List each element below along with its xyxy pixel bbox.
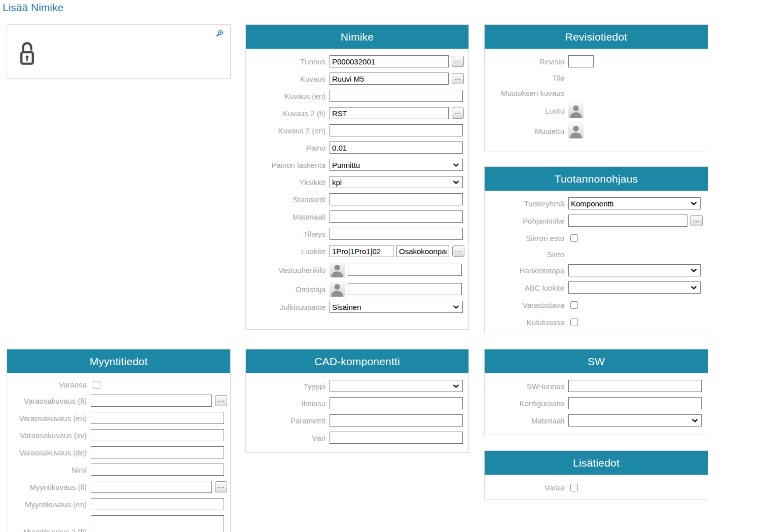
field-varaosakuvaus-fi: Varaosakuvaus (fi) ... [7, 395, 230, 407]
field-label: Varaosakuvaus (fi) [7, 397, 87, 405]
siirron-esto-checkbox[interactable] [570, 234, 578, 242]
field-label: Vastuuhenkilö [246, 266, 325, 274]
vari-input[interactable] [330, 432, 463, 444]
page-title: Lisää Nimike [3, 2, 63, 14]
kuvaus2-fi-input[interactable] [330, 107, 449, 119]
materiaali-input[interactable] [330, 210, 463, 223]
field-label: Tiheys [246, 230, 325, 238]
field-parametrit: Parametrit [246, 414, 468, 427]
field-hankintatapa: Hankintatapa [485, 264, 708, 276]
person-icon [568, 123, 584, 138]
field-label: Muutoksen kuvaus [485, 89, 564, 97]
field-muutoksen-kuvaus: Muutoksen kuvaus [485, 88, 708, 98]
parametrit-input[interactable] [330, 414, 463, 427]
vastuuhenkilo-input[interactable] [348, 264, 462, 276]
kulutusosa-checkbox[interactable] [570, 318, 578, 326]
field-label: Pohjanimike [485, 217, 564, 225]
luokite-code-input[interactable] [330, 245, 393, 257]
open-lock-icon [20, 42, 34, 67]
pohjanimike-input[interactable] [568, 215, 687, 227]
konfiguraatio-input[interactable] [568, 397, 702, 409]
add-item-page: Lisää Nimike Nimike Tunnus [0, 0, 763, 532]
person-icon[interactable] [330, 262, 345, 277]
field-varaosakuvaus-sv: Varaosakuvaus (sv) [7, 429, 230, 441]
tyyppi-select[interactable] [330, 380, 463, 392]
field-konfiguraatio: Konfiguraatio [485, 397, 708, 409]
tunnus-input[interactable] [330, 55, 449, 67]
myyntikuvaus2-fi-textarea[interactable] [91, 515, 224, 532]
varaa-checkbox[interactable] [570, 484, 578, 491]
field-label: Muutettu [485, 127, 564, 135]
select-value: Komponentti [571, 199, 613, 208]
field-label: Tuoteryhmä [485, 199, 564, 208]
kuvaus2-en-input[interactable] [330, 124, 463, 136]
select-value: Sisäinen [332, 303, 361, 311]
select-value: Punnittu [332, 161, 360, 169]
field-label: Materiaali [246, 212, 325, 221]
panel-cad-komponentti: CAD-komponentti Tyyppi Ilmiasu Parametri… [245, 349, 469, 453]
nimi-input[interactable] [91, 464, 224, 476]
varaosakuvaus-sv-input[interactable] [91, 429, 224, 441]
painon-laskenta-select[interactable]: Punnittu [330, 159, 463, 171]
field-label: Revisio [485, 57, 564, 66]
field-yksikko: Yksikkö kpl [246, 176, 468, 188]
myyntikuvaus-en-input[interactable] [91, 498, 224, 510]
panel-revisiotiedot: Revisiotiedot Revisio Tila Muutoksen kuv… [484, 24, 708, 152]
kuvaus-input[interactable] [330, 73, 449, 85]
chevron-down-icon [692, 418, 698, 423]
varaosakuvaus-de-input[interactable] [91, 446, 224, 458]
field-label: Varastoitava [485, 301, 564, 309]
field-omistaja: Omistaja [246, 281, 468, 297]
select-value: kpl [332, 178, 342, 187]
ellipsis-button[interactable]: ... [452, 245, 464, 257]
field-pohjanimike: Pohjanimike ... [485, 215, 708, 227]
person-icon[interactable] [330, 281, 345, 297]
chevron-down-icon [453, 305, 459, 309]
chevron-down-icon [691, 268, 697, 273]
field-label: Konfiguraatio [485, 399, 564, 408]
ellipsis-button[interactable]: ... [215, 395, 227, 406]
field-revisio: Revisio [485, 55, 708, 67]
abc-luokite-select[interactable] [568, 281, 701, 294]
field-label: Omistaja [246, 285, 325, 294]
ellipsis-button[interactable]: ... [691, 215, 703, 226]
ellipsis-button[interactable]: ... [452, 56, 464, 67]
ellipsis-button[interactable]: ... [452, 108, 464, 119]
omistaja-input[interactable] [348, 283, 462, 295]
field-label: Luokite [246, 247, 325, 256]
paino-input[interactable] [330, 141, 463, 154]
ellipsis-button[interactable]: ... [452, 73, 464, 84]
field-kulutusosa: Kulutusosa [485, 316, 708, 328]
standardi-input[interactable] [330, 193, 463, 205]
luokite-name-input[interactable] [396, 245, 449, 257]
chevron-down-icon [453, 163, 459, 167]
varaosa-checkbox[interactable] [93, 381, 100, 388]
ilmiasu-input[interactable] [330, 397, 463, 409]
revisio-input[interactable] [568, 55, 594, 67]
kuvaus-en-input[interactable] [330, 90, 463, 102]
sw-materiaali-select[interactable] [568, 414, 702, 427]
myyntikuvaus-fi-input[interactable] [91, 481, 212, 493]
tuoteryhma-select[interactable]: Komponentti [568, 197, 701, 209]
field-label: Kuvaus 2 (fi) [246, 109, 325, 118]
hankintatapa-select[interactable] [568, 264, 701, 276]
field-label: Tyyppi [246, 382, 325, 391]
field-label: Hankintatapa [485, 266, 564, 275]
zoom-plus-icon[interactable] [216, 30, 223, 39]
tiheys-input[interactable] [330, 228, 463, 240]
field-myyntikuvaus2-fi: Myyntikuvaus 2 (fi) [7, 515, 230, 532]
field-label: Painon laskenta [246, 161, 325, 169]
sw-tunnus-input[interactable] [568, 380, 702, 392]
field-label: Standardi [246, 195, 325, 204]
varaosakuvaus-en-input[interactable] [91, 412, 224, 424]
field-tyyppi: Tyyppi [246, 380, 468, 392]
yksikko-select[interactable]: kpl [330, 176, 463, 188]
ellipsis-button[interactable]: ... [215, 481, 227, 492]
field-label: Varaosakuvaus (de) [7, 448, 87, 457]
panel-myyntitiedot: Myyntitiedot Varaosa Varaosakuvaus (fi) … [7, 349, 231, 532]
varastoitava-checkbox[interactable] [570, 301, 578, 309]
field-label: Siirto [485, 250, 564, 259]
varaosakuvaus-fi-input[interactable] [91, 395, 212, 407]
julkisuusaste-select[interactable]: Sisäinen [330, 301, 463, 313]
panel-sw-title: SW [485, 349, 708, 373]
